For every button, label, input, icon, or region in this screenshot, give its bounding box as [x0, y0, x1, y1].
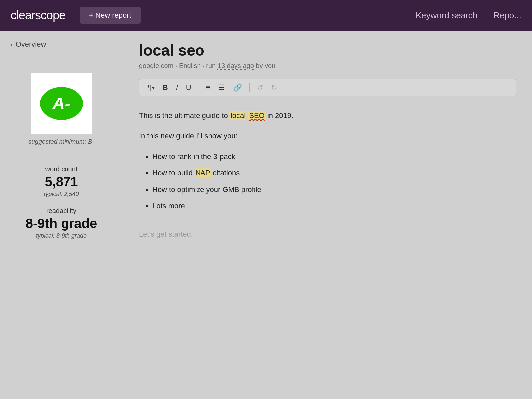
italic-button[interactable]: I — [173, 82, 181, 93]
word-count-typical: typical: 2,540 — [0, 191, 123, 198]
bullet-list: How to rank in the 3-pack How to build N… — [139, 150, 516, 212]
editor-toolbar: ¶ ▾ B I U ≡ ☰ 🔗 ↺ — [139, 79, 516, 96]
grade-card: A- suggested minimum: B- — [0, 68, 123, 165]
highlight-nap: NAP — [195, 168, 211, 177]
sidebar: ‹ Overview A- suggested minimum: B- word… — [0, 31, 123, 399]
report-title: local seo — [139, 41, 516, 59]
paragraph-icon: ¶ — [147, 83, 151, 92]
word-count-block: word count 5,871 typical: 2,540 — [0, 165, 123, 198]
word-count-label: word count — [0, 165, 123, 173]
suggested-minimum: suggested minimum: B- — [28, 138, 95, 145]
list-item: How to optimize your GMB profile — [152, 183, 516, 196]
sidebar-divider — [11, 57, 112, 57]
report-run-ago: 13 days ago — [218, 62, 254, 69]
list-item: How to rank in the 3-pack — [152, 150, 516, 163]
editor-paragraph-2: In this new guide I'll show you: — [139, 130, 516, 142]
report-by: by you — [254, 62, 275, 69]
list-item: Lots more — [152, 200, 516, 212]
readability-typical: typical: 8-9th grade — [0, 232, 123, 239]
ordered-list-button[interactable]: ≡ — [203, 82, 213, 93]
editor-placeholder: Let's get started. — [139, 228, 516, 240]
unordered-list-icon: ☰ — [218, 83, 225, 92]
grade-value: A- — [52, 94, 70, 113]
redo-icon: ↻ — [271, 83, 277, 92]
highlight-gmb: GMB — [223, 185, 239, 194]
undo-icon: ↺ — [257, 83, 263, 92]
back-to-overview[interactable]: ‹ Overview — [0, 40, 123, 57]
editor-paragraph-1: This is the ultimate guide to local SEO … — [139, 109, 516, 122]
main-layout: ‹ Overview A- suggested minimum: B- word… — [0, 31, 532, 399]
back-label: Overview — [16, 40, 46, 49]
grade-badge: A- — [40, 87, 83, 120]
report-meta: google.com · English · run 13 days ago b… — [139, 62, 516, 70]
italic-icon: I — [176, 83, 178, 92]
underline-button[interactable]: U — [183, 82, 194, 93]
dropdown-arrow-icon: ▾ — [152, 85, 155, 91]
highlight-local: local — [230, 111, 246, 120]
highlight-seo: SEO — [248, 111, 265, 120]
new-report-button[interactable]: + New report — [80, 7, 141, 24]
redo-button[interactable]: ↻ — [268, 82, 280, 93]
underline-icon: U — [186, 83, 191, 92]
bold-button[interactable]: B — [160, 82, 171, 93]
list-item: How to build NAP citations — [152, 167, 516, 179]
grade-badge-wrapper: A- — [31, 73, 92, 134]
word-count-value: 5,871 — [0, 174, 123, 189]
content-area: local seo google.com · English · run 13 … — [123, 31, 532, 399]
toolbar-separator-1 — [199, 83, 199, 92]
undo-button[interactable]: ↺ — [254, 82, 266, 93]
readability-block: readability 8-9th grade typical: 8-9th g… — [0, 207, 123, 239]
report-source: google.com · English · run — [139, 62, 218, 69]
readability-label: readability — [0, 207, 123, 215]
paragraph-style-button[interactable]: ¶ ▾ — [145, 82, 157, 93]
link-icon: 🔗 — [233, 83, 242, 92]
reports-link[interactable]: Repo... — [493, 10, 521, 21]
toolbar-separator-2 — [249, 83, 250, 92]
editor-content[interactable]: This is the ultimate guide to local SEO … — [139, 107, 516, 243]
nav-links: Keyword search Repo... — [416, 10, 521, 21]
app-logo: clearscope — [11, 8, 65, 22]
ordered-list-icon: ≡ — [206, 83, 210, 92]
link-button[interactable]: 🔗 — [230, 82, 245, 93]
unordered-list-button[interactable]: ☰ — [216, 82, 228, 93]
top-navigation: clearscope + New report Keyword search R… — [0, 0, 532, 31]
bold-icon: B — [163, 83, 168, 92]
chevron-left-icon: ‹ — [11, 41, 13, 48]
readability-value: 8-9th grade — [0, 216, 123, 231]
keyword-search-link[interactable]: Keyword search — [416, 10, 477, 21]
